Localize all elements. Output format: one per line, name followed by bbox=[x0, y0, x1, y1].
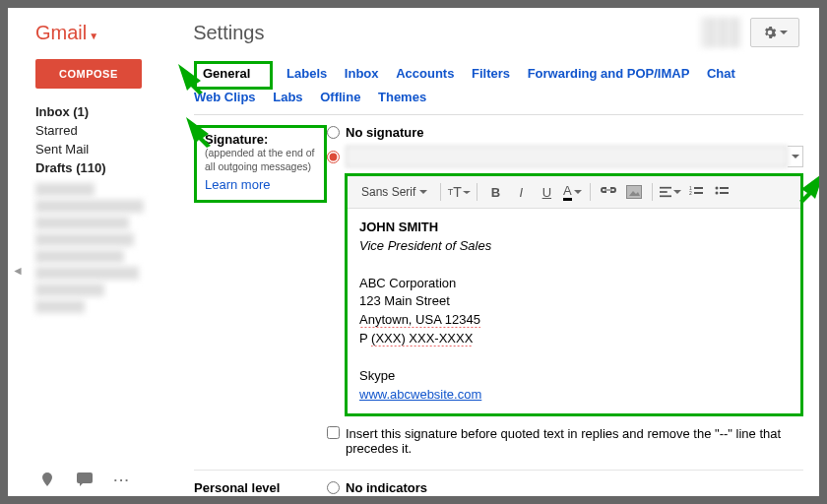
section-personal-indicators: Personal level indicators: No indicators… bbox=[194, 471, 803, 496]
hangouts-chat-icon[interactable] bbox=[75, 471, 95, 488]
link-button[interactable] bbox=[598, 182, 619, 202]
tab-general[interactable]: General bbox=[203, 66, 250, 81]
settings-gear-button[interactable] bbox=[750, 18, 799, 47]
insert-image-button[interactable] bbox=[623, 182, 645, 202]
sidebar-item-drafts[interactable]: Drafts (110) bbox=[35, 158, 190, 177]
settings-tabs: General Labels Inbox Accounts Filters Fo… bbox=[194, 55, 803, 115]
bullet-list-button[interactable] bbox=[711, 182, 732, 202]
ordered-list-button[interactable]: 12 bbox=[685, 182, 707, 202]
caret-down-icon bbox=[780, 31, 788, 34]
editor-toolbar: Sans Serif TT B I U A bbox=[348, 176, 800, 209]
sidebar-item-starred[interactable]: Starred bbox=[35, 121, 190, 140]
signature-editor: Sans Serif TT B I U A bbox=[345, 173, 803, 416]
font-size-button[interactable]: TT bbox=[448, 182, 470, 202]
svg-rect-9 bbox=[694, 192, 703, 194]
italic-button[interactable]: I bbox=[510, 182, 532, 202]
insert-before-quoted-checkbox[interactable] bbox=[327, 426, 340, 439]
tab-labs[interactable]: Labs bbox=[273, 90, 302, 104]
tab-inbox[interactable]: Inbox bbox=[345, 66, 379, 81]
svg-rect-4 bbox=[660, 191, 668, 193]
insert-before-quoted-label: Insert this signature before quoted text… bbox=[346, 426, 803, 456]
page-title: Settings bbox=[193, 22, 264, 44]
svg-rect-13 bbox=[720, 192, 729, 194]
signature-sublabel: (appended at the end of all outgoing mes… bbox=[205, 147, 316, 173]
gear-icon bbox=[762, 25, 778, 40]
text-color-button[interactable]: A bbox=[561, 182, 583, 202]
radio-no-indicators[interactable] bbox=[327, 481, 340, 494]
tab-offline[interactable]: Offline bbox=[320, 90, 360, 104]
signature-label: Signature: bbox=[205, 132, 316, 147]
tab-webclips[interactable]: Web Clips bbox=[194, 90, 256, 104]
indicators-label: Personal level indicators: bbox=[194, 480, 327, 496]
gmail-logo[interactable]: Gmail▼ bbox=[35, 22, 98, 44]
tab-filters[interactable]: Filters bbox=[472, 66, 510, 81]
svg-rect-8 bbox=[694, 187, 703, 189]
sidebar: COMPOSE Inbox (1) Starred Sent Mail Draf… bbox=[8, 47, 190, 496]
signature-textarea[interactable]: JOHN SMITH Vice President of Sales ABC C… bbox=[348, 209, 800, 413]
tab-themes[interactable]: Themes bbox=[378, 90, 426, 104]
sidebar-item-sentmail[interactable]: Sent Mail bbox=[35, 140, 190, 158]
compose-button[interactable]: COMPOSE bbox=[35, 59, 142, 89]
hangouts-contacts-icon[interactable] bbox=[37, 471, 57, 488]
svg-rect-3 bbox=[660, 187, 671, 189]
tab-forwarding[interactable]: Forwarding and POP/IMAP bbox=[528, 66, 690, 81]
bold-button[interactable]: B bbox=[484, 182, 506, 202]
no-indicators-label: No indicators bbox=[346, 480, 427, 495]
radio-no-signature[interactable] bbox=[327, 126, 340, 139]
signature-url[interactable]: www.abcwebsite.com bbox=[359, 387, 481, 402]
svg-rect-14 bbox=[77, 472, 93, 483]
svg-point-10 bbox=[716, 187, 719, 190]
avatar[interactable] bbox=[701, 18, 740, 47]
sidebar-item-inbox[interactable]: Inbox (1) bbox=[35, 102, 190, 121]
signature-address-select[interactable] bbox=[346, 146, 788, 167]
radio-use-signature[interactable] bbox=[327, 151, 340, 163]
tab-labels[interactable]: Labels bbox=[286, 66, 327, 81]
svg-rect-12 bbox=[720, 187, 729, 189]
sidebar-collapse-caret[interactable]: ◄ bbox=[12, 264, 24, 278]
underline-button[interactable]: U bbox=[536, 182, 557, 202]
no-signature-label: No signature bbox=[346, 125, 423, 140]
hangouts-more-icon[interactable]: ··· bbox=[112, 471, 132, 488]
section-signature: Signature: (appended at the end of all o… bbox=[194, 115, 803, 471]
svg-text:2: 2 bbox=[689, 190, 692, 196]
select-caret-icon[interactable] bbox=[788, 146, 803, 167]
align-button[interactable] bbox=[660, 182, 681, 202]
svg-rect-5 bbox=[660, 195, 671, 197]
signature-learn-more[interactable]: Learn more bbox=[205, 177, 316, 192]
font-family-select[interactable]: Sans Serif bbox=[355, 185, 433, 199]
svg-point-11 bbox=[716, 192, 719, 195]
tab-accounts[interactable]: Accounts bbox=[396, 66, 454, 81]
tab-chat[interactable]: Chat bbox=[707, 66, 735, 81]
sidebar-blurred-labels bbox=[35, 183, 163, 313]
